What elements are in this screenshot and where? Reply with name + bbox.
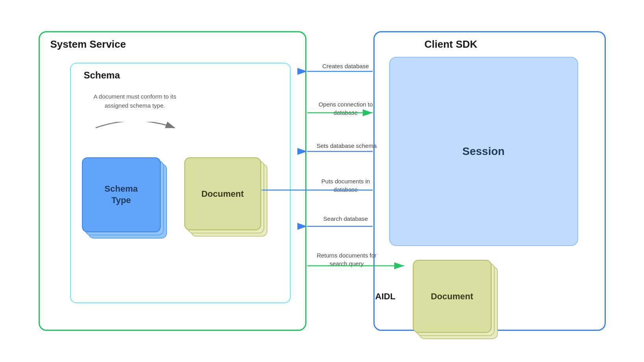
diagram-container: System Service Schema A document must co… xyxy=(27,15,618,347)
schema-type-stack: SchemaType xyxy=(82,157,161,232)
aidl-label: AIDL xyxy=(375,291,395,302)
arrow-label-opens: Opens connection todatabase xyxy=(314,100,377,117)
schema-description: A document must conform to its assigned … xyxy=(88,92,182,110)
document-stack-left: Document xyxy=(184,157,261,230)
document-stack-right: Document xyxy=(413,260,492,333)
session-card: Session xyxy=(389,57,578,246)
arrow-label-search: Search database xyxy=(314,215,377,223)
arrow-label-returns: Returns documents forsearch query xyxy=(314,251,379,268)
client-sdk-label: Client SDK xyxy=(425,38,477,50)
doc-right-card: Document xyxy=(413,260,492,333)
arrow-label-puts: Puts documents indatabase xyxy=(314,177,377,194)
schema-label: Schema xyxy=(84,70,120,81)
doc-right-label: Document xyxy=(431,291,473,302)
schema-curve-arrow xyxy=(84,122,186,153)
arrow-label-creates: Creates database xyxy=(314,62,377,70)
schema-type-card: SchemaType xyxy=(82,157,161,232)
system-service-label: System Service xyxy=(50,38,126,50)
doc-left-card: Document xyxy=(184,157,261,230)
arrow-label-sets: Sets database schema xyxy=(314,142,379,150)
session-label: Session xyxy=(462,145,505,158)
